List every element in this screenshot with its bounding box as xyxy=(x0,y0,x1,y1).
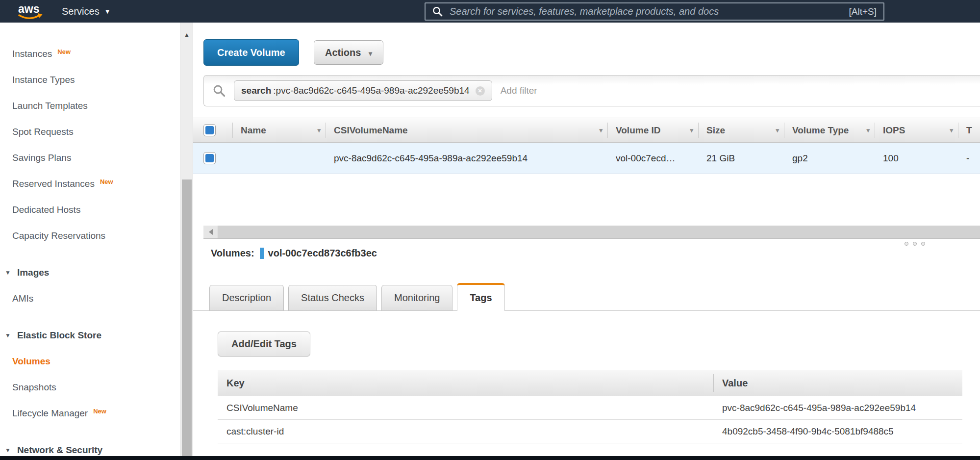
remove-filter-icon[interactable]: ✕ xyxy=(476,86,485,96)
new-badge: New xyxy=(93,408,106,415)
global-search-placeholder: Search for services, features, marketpla… xyxy=(450,6,843,17)
tag-key: CSIVolumeName xyxy=(218,396,713,419)
chevron-down-icon: ▾ xyxy=(369,50,372,57)
sidebar-item-instances[interactable]: Instances New xyxy=(0,41,180,67)
global-search-input[interactable]: Search for services, features, marketpla… xyxy=(425,2,884,21)
scroll-up-icon[interactable]: ▲ xyxy=(181,31,193,38)
chevron-down-icon: ▼ xyxy=(104,8,111,15)
add-edit-tags-button[interactable]: Add/Edit Tags xyxy=(218,332,310,357)
sort-icon: ▾ xyxy=(866,127,870,134)
sidebar-item-volumes[interactable]: Volumes xyxy=(0,348,180,374)
services-menu[interactable]: Services ▼ xyxy=(62,0,111,23)
sidebar-item-lifecycle-manager[interactable]: Lifecycle Manager New xyxy=(0,400,180,426)
sort-icon: ▾ xyxy=(950,127,953,134)
add-filter-button[interactable]: Add filter xyxy=(501,85,537,96)
sidebar-item-launch-templates[interactable]: Launch Templates xyxy=(0,93,180,119)
table-horizontal-scrollbar[interactable] xyxy=(203,226,980,239)
filter-bar[interactable]: search : pvc-8ac9d62c-c645-495a-989a-ac2… xyxy=(203,75,980,106)
column-header-throughput[interactable]: T xyxy=(958,118,980,142)
tags-table: Key Value CSIVolumeName pvc-8ac9d62c-c64… xyxy=(218,370,962,443)
search-shortcut-hint: [Alt+S] xyxy=(849,6,877,17)
section-collapse-icon: ▼ xyxy=(5,447,11,454)
sidebar-item-instance-types[interactable]: Instance Types xyxy=(0,67,180,93)
column-header-volume-id[interactable]: Volume ID ▾ xyxy=(607,118,698,142)
column-header-iops[interactable]: IOPS ▾ xyxy=(875,118,958,142)
sort-icon: ▾ xyxy=(599,127,603,134)
active-filter-pill[interactable]: search : pvc-8ac9d62c-c645-495a-989a-ac2… xyxy=(234,80,492,101)
section-collapse-icon: ▼ xyxy=(5,269,11,276)
sort-icon: ▾ xyxy=(690,127,693,134)
tags-header-value: Value xyxy=(713,370,962,396)
volume-table-row[interactable]: pvc-8ac9d62c-c645-495a-989a-ac292ee59b14… xyxy=(193,143,980,174)
cell-iops: 100 xyxy=(875,143,958,173)
row-select-cell xyxy=(200,143,232,173)
sidebar-item-dedicated-hosts[interactable]: Dedicated Hosts xyxy=(0,197,180,223)
tag-row-csivolumename: CSIVolumeName pvc-8ac9d62c-c645-495a-989… xyxy=(218,396,962,420)
services-label: Services xyxy=(62,6,100,17)
cell-name xyxy=(232,143,326,173)
tab-tags[interactable]: Tags xyxy=(457,283,504,311)
panel-resize-grip[interactable] xyxy=(900,242,925,246)
aws-logo-icon: aws xyxy=(17,2,43,21)
selected-volume-id: vol-00c7ecd873c6fb3ec xyxy=(268,248,377,259)
tab-description[interactable]: Description xyxy=(209,285,284,310)
sidebar-item-reserved-instances[interactable]: Reserved Instances New xyxy=(0,171,180,197)
sidebar-item-capacity-reservations[interactable]: Capacity Reservations xyxy=(0,223,180,249)
scrollbar-thumb[interactable] xyxy=(182,179,192,456)
sidebar-section-images[interactable]: ▼ Images xyxy=(0,259,180,285)
column-header-size[interactable]: Size ▾ xyxy=(698,118,784,142)
cell-volume-type: gp2 xyxy=(784,143,875,173)
page-body: Instances New Instance Types Launch Temp… xyxy=(0,23,980,456)
tag-row-cast-cluster-id: cast:cluster-id 4b092cb5-3458-4f90-9b4c-… xyxy=(218,420,962,443)
sort-icon: ▾ xyxy=(776,127,779,134)
svg-text:aws: aws xyxy=(18,2,39,15)
filter-value: pvc-8ac9d62c-c645-495a-989a-ac292ee59b14 xyxy=(276,85,470,96)
bottom-edge-bar xyxy=(0,456,980,460)
scroll-left-icon xyxy=(209,229,213,235)
column-header-csivolumename[interactable]: CSIVolumeName ▾ xyxy=(326,118,607,142)
detail-panel-title: Volumes: vol-00c7ecd873c6fb3ec xyxy=(211,248,377,259)
search-icon xyxy=(432,6,443,17)
sidebar-item-amis[interactable]: AMIs xyxy=(0,285,180,311)
tag-key: cast:cluster-id xyxy=(218,420,713,443)
column-header-volume-type[interactable]: Volume Type ▾ xyxy=(784,118,875,142)
volumes-table-header: Name ▾ CSIVolumeName ▾ Volume ID ▾ Size … xyxy=(193,118,980,143)
sidebar-section-network-security[interactable]: ▼ Network & Security xyxy=(0,437,180,456)
column-header-name[interactable]: Name ▾ xyxy=(232,118,326,142)
tag-value: pvc-8ac9d62c-c645-495a-989a-ac292ee59b14 xyxy=(713,396,962,419)
sidebar-nav: Instances New Instance Types Launch Temp… xyxy=(0,23,180,456)
aws-logo[interactable]: aws xyxy=(17,2,43,23)
filter-key: search xyxy=(241,85,271,96)
row-checkbox[interactable] xyxy=(203,152,216,164)
new-badge: New xyxy=(100,178,113,185)
selection-bar-icon xyxy=(260,248,264,259)
sidebar-section-elastic-block-store[interactable]: ▼ Elastic Block Store xyxy=(0,322,180,348)
cell-size: 21 GiB xyxy=(698,143,784,173)
scroll-left-button[interactable] xyxy=(203,226,218,238)
select-all-cell xyxy=(200,118,232,142)
cell-throughput: - xyxy=(958,143,980,173)
cell-csivolumename: pvc-8ac9d62c-c645-495a-989a-ac292ee59b14 xyxy=(326,143,607,173)
sort-icon: ▾ xyxy=(317,127,321,134)
actions-button[interactable]: Actions ▾ xyxy=(314,40,383,65)
tags-table-header: Key Value xyxy=(218,370,962,396)
tab-monitoring[interactable]: Monitoring xyxy=(381,285,452,310)
tag-value: 4b092cb5-3458-4f90-9b4c-5081bf9488c5 xyxy=(713,420,962,443)
sidebar-scrollbar[interactable]: ▲ xyxy=(180,23,193,456)
tags-header-key: Key xyxy=(218,370,713,396)
sidebar-item-snapshots[interactable]: Snapshots xyxy=(0,374,180,400)
top-navbar: aws Services ▼ Search for services, feat… xyxy=(0,0,980,23)
section-collapse-icon: ▼ xyxy=(5,332,11,339)
cell-volume-id: vol-00c7ecd… xyxy=(607,143,698,173)
tab-status-checks[interactable]: Status Checks xyxy=(288,285,377,310)
detail-tabs: Description Status Checks Monitoring Tag… xyxy=(193,283,980,311)
select-all-checkbox[interactable] xyxy=(203,124,216,136)
new-badge: New xyxy=(57,48,71,55)
create-volume-button[interactable]: Create Volume xyxy=(203,39,299,66)
sidebar-item-savings-plans[interactable]: Savings Plans xyxy=(0,145,180,171)
main-content: Create Volume Actions ▾ search : pvc-8ac… xyxy=(193,23,980,456)
aws-console-window: aws Services ▼ Search for services, feat… xyxy=(0,0,980,460)
search-icon xyxy=(213,84,226,97)
sidebar-item-spot-requests[interactable]: Spot Requests xyxy=(0,119,180,145)
